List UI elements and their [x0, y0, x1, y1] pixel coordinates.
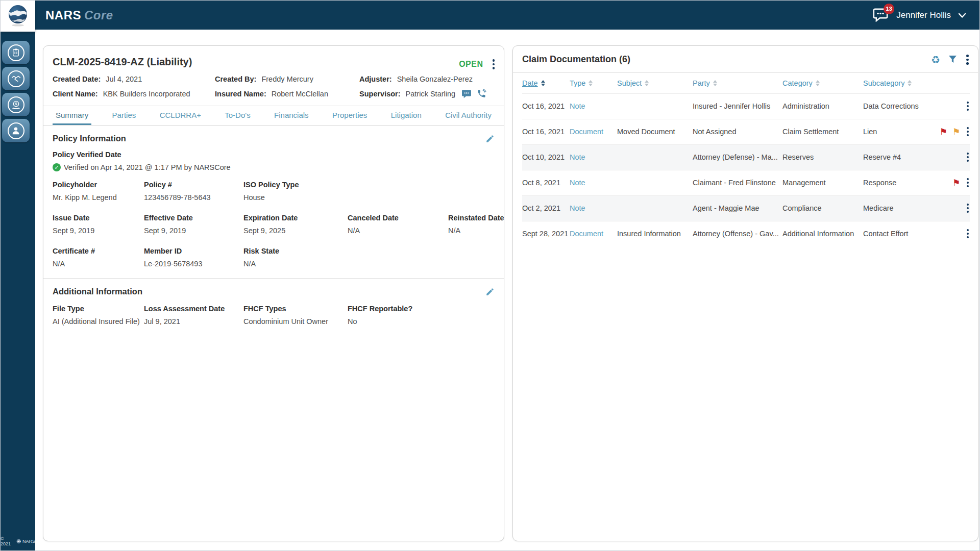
table-row[interactable]: Oct 2, 2021 Note Agent - Maggie Mae Comp…: [522, 195, 970, 221]
client-name-value: KBK Builders Incorporated: [103, 90, 190, 98]
left-sidebar: $ © 2021 NARS: [1, 30, 35, 550]
row-type-link[interactable]: Note: [570, 102, 585, 110]
clipboard-icon: [8, 44, 24, 61]
table-row[interactable]: Oct 16, 2021 Note Insured - Jennifer Hol…: [522, 93, 970, 119]
table-row[interactable]: Oct 8, 2021 Note Claimant - Fred Flinsto…: [522, 170, 970, 195]
copyright-text: © 2021: [1, 536, 15, 546]
row-menu-button[interactable]: [966, 126, 970, 137]
row-category: Administration: [782, 102, 863, 110]
tab-financials[interactable]: Financials: [271, 106, 312, 125]
claim-header: CLM-2025-8419-AZ (Liability) OPEN Create…: [43, 46, 504, 106]
red-flag-icon[interactable]: ⚑: [940, 128, 947, 136]
sidebar-item-financials[interactable]: $: [2, 93, 30, 116]
row-party: Attorney (Offense) - Gav...: [693, 230, 782, 238]
column-header-date[interactable]: Date: [522, 79, 570, 87]
row-menu-button[interactable]: [966, 177, 970, 188]
filter-icon[interactable]: [948, 56, 957, 63]
policy-verified-text: Verified on Apr 14, 2021 @ 1:17 PM by NA…: [64, 163, 231, 171]
tab-litigation[interactable]: Litigation: [388, 106, 425, 125]
main-content: CLM-2025-8419-AZ (Liability) OPEN Create…: [35, 30, 979, 550]
row-category: Claim Settlement: [782, 128, 863, 136]
adjuster-field: Adjuster: Sheila Gonzalez-Perez: [359, 75, 495, 83]
column-header-category[interactable]: Category: [782, 79, 863, 87]
policy-information-title: Policy Information: [53, 134, 126, 143]
insured-name-value: Robert McClellan: [272, 90, 328, 98]
row-type-link[interactable]: Note: [570, 204, 585, 212]
sidebar-item-claims[interactable]: [2, 41, 30, 64]
sort-icon: [713, 80, 717, 86]
svg-text:$: $: [15, 102, 17, 106]
created-date-field: Created Date: Jul 4, 2021: [53, 75, 215, 83]
handshake-icon: [8, 70, 24, 87]
table-row[interactable]: Sept 28, 2021 Document Insured Informati…: [522, 221, 970, 246]
created-date-label: Created Date:: [53, 75, 101, 83]
canceled-date-field: Canceled Date N/A: [348, 214, 448, 235]
tab-civil-authority[interactable]: Civil Authority: [442, 106, 495, 125]
brand-title: NARS Core: [45, 8, 113, 22]
loss-assessment-date-field: Loss Assessment Date Jul 9, 2021: [144, 305, 243, 325]
documentation-table: Date Type Subject Party Category: [513, 73, 978, 246]
row-type-link[interactable]: Document: [570, 128, 603, 136]
claim-documentation-card: Claim Documentation (6) ♻ Date Type: [512, 45, 978, 541]
recycle-icon[interactable]: ♻: [931, 55, 940, 65]
red-flag-icon[interactable]: ⚑: [952, 179, 960, 187]
supervisor-label: Supervisor:: [359, 90, 401, 98]
sidebar-item-contacts[interactable]: [2, 119, 30, 142]
documentation-header: Claim Documentation (6) ♻: [513, 46, 978, 73]
column-header-type[interactable]: Type: [570, 79, 617, 87]
tab-parties[interactable]: Parties: [109, 106, 139, 125]
call-supervisor-icon[interactable]: [477, 89, 486, 98]
row-subcategory: Reserve #4: [863, 153, 940, 161]
row-subcategory: Contact Effort: [863, 230, 940, 238]
policy-number-field: Policy # 123456789-78-5643: [144, 181, 243, 202]
copyright-brand: NARS: [22, 539, 35, 544]
documentation-menu-button[interactable]: [965, 54, 970, 66]
row-menu-button[interactable]: [966, 228, 970, 239]
row-category: Management: [782, 179, 863, 187]
app-logo[interactable]: [1, 0, 35, 32]
edit-policy-button[interactable]: [485, 134, 495, 143]
row-type-link[interactable]: Document: [570, 230, 603, 238]
file-type-field: File Type AI (Additional Insured File): [53, 305, 144, 325]
documentation-table-header: Date Type Subject Party Category: [522, 73, 970, 93]
column-header-subcategory[interactable]: Subcategory: [863, 79, 940, 87]
row-category: Compliance: [782, 204, 863, 212]
row-menu-button[interactable]: [966, 152, 970, 163]
tab-properties[interactable]: Properties: [329, 106, 370, 125]
chevron-down-icon[interactable]: [958, 12, 966, 18]
tab-ccldrra[interactable]: CCLDRRA+: [157, 106, 204, 125]
fhcf-types-field: FHCF Types Condominium Unit Owner: [243, 305, 348, 325]
row-menu-button[interactable]: [966, 203, 970, 214]
row-type-link[interactable]: Note: [570, 179, 585, 187]
table-row[interactable]: Oct 16, 2021 Document Moved Document Not…: [522, 119, 970, 144]
created-by-value: Freddy Mercury: [261, 75, 313, 83]
adjuster-label: Adjuster:: [359, 75, 392, 83]
tab-todos[interactable]: To-Do's: [222, 106, 253, 125]
additional-information-section: Additional Information File Type AI (Add…: [43, 279, 504, 336]
message-supervisor-icon[interactable]: [461, 89, 472, 98]
row-menu-button[interactable]: [966, 101, 970, 112]
claim-menu-button[interactable]: [492, 58, 496, 70]
risk-state-field: Risk State N/A: [243, 247, 348, 268]
sidebar-item-parties[interactable]: [2, 67, 30, 90]
column-header-party[interactable]: Party: [693, 79, 782, 87]
table-row[interactable]: Oct 10, 2021 Note Attorney (Defense) - M…: [522, 144, 970, 170]
pencil-icon: [485, 287, 495, 296]
claim-tabs: Summary Parties CCLDRRA+ To-Do's Financi…: [43, 106, 504, 126]
edit-additional-info-button[interactable]: [485, 287, 495, 296]
created-by-field: Created By: Freddy Mercury: [215, 75, 359, 83]
verified-check-icon: ✓: [53, 163, 61, 171]
additional-information-title: Additional Information: [53, 287, 142, 296]
insured-name-field: Insured Name: Robert McClellan: [215, 89, 359, 98]
user-name[interactable]: Jennifer Hollis: [896, 10, 951, 20]
sort-icon: [908, 80, 912, 86]
tab-summary[interactable]: Summary: [53, 106, 91, 125]
claim-title: CLM-2025-8419-AZ (Liability): [53, 56, 495, 68]
globe-logo-icon: [7, 4, 29, 27]
member-id-field: Member ID Le-2019-5678493: [144, 247, 243, 268]
column-header-subject[interactable]: Subject: [617, 79, 693, 87]
row-type-link[interactable]: Note: [570, 153, 585, 161]
yellow-flag-icon[interactable]: ⚑: [952, 128, 960, 136]
row-category: Additional Information: [782, 230, 863, 238]
messages-button[interactable]: 13: [873, 8, 889, 23]
